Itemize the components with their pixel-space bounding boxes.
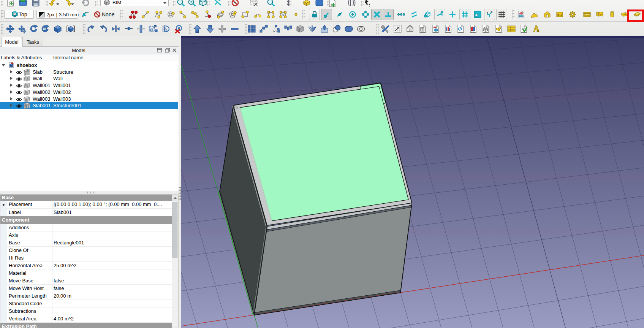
svg-text:X: X (491, 10, 493, 14)
svg-text:E-J: E-J (557, 13, 562, 16)
svg-text:3: 3 (282, 13, 284, 17)
svg-text:Y: Y (486, 11, 489, 14)
